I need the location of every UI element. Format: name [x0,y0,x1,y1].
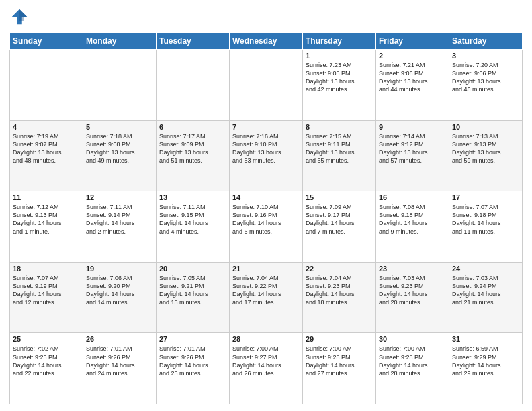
day-info: Sunrise: 7:02 AM Sunset: 9:25 PM Dayligh… [13,345,80,377]
day-info: Sunrise: 7:01 AM Sunset: 9:26 PM Dayligh… [159,345,226,377]
day-info: Sunrise: 7:15 AM Sunset: 9:11 PM Dayligh… [306,132,373,165]
table-row [10,50,83,121]
day-number: 2 [379,52,446,60]
day-info: Sunrise: 7:07 AM Sunset: 9:19 PM Dayligh… [13,274,80,307]
days-header-row: SundayMondayTuesdayWednesdayThursdayFrid… [10,33,523,50]
day-number: 16 [379,193,446,201]
table-row [83,50,157,121]
table-row: 16Sunrise: 7:08 AM Sunset: 9:18 PM Dayli… [376,191,449,263]
table-row: 28Sunrise: 7:00 AM Sunset: 9:27 PM Dayli… [230,333,303,404]
day-number: 25 [13,335,80,343]
day-info: Sunrise: 7:17 AM Sunset: 9:09 PM Dayligh… [159,132,226,165]
day-number: 24 [452,265,519,273]
week-row-5: 25Sunrise: 7:02 AM Sunset: 9:25 PM Dayli… [10,333,523,404]
day-number: 8 [306,123,373,131]
table-row: 9Sunrise: 7:14 AM Sunset: 9:12 PM Daylig… [376,120,449,191]
day-number: 20 [159,265,226,273]
table-row: 22Sunrise: 7:04 AM Sunset: 9:23 PM Dayli… [303,262,376,333]
day-number: 1 [306,52,373,60]
day-info: Sunrise: 7:08 AM Sunset: 9:18 PM Dayligh… [379,203,446,236]
day-info: Sunrise: 7:20 AM Sunset: 9:06 PM Dayligh… [452,61,519,94]
table-row: 21Sunrise: 7:04 AM Sunset: 9:22 PM Dayli… [230,262,303,333]
day-number: 3 [452,52,519,60]
day-info: Sunrise: 7:00 AM Sunset: 9:27 PM Dayligh… [232,345,300,377]
table-row: 30Sunrise: 7:00 AM Sunset: 9:28 PM Dayli… [376,333,449,404]
table-row: 25Sunrise: 7:02 AM Sunset: 9:25 PM Dayli… [10,333,83,404]
day-info: Sunrise: 7:03 AM Sunset: 9:23 PM Dayligh… [379,274,446,307]
table-row: 14Sunrise: 7:10 AM Sunset: 9:16 PM Dayli… [230,191,303,263]
day-number: 17 [452,193,519,201]
day-number: 27 [159,335,226,343]
week-row-2: 4Sunrise: 7:19 AM Sunset: 9:07 PM Daylig… [10,120,523,191]
table-row: 19Sunrise: 7:06 AM Sunset: 9:20 PM Dayli… [83,262,157,333]
day-number: 13 [159,193,226,201]
table-row: 4Sunrise: 7:19 AM Sunset: 9:07 PM Daylig… [10,120,83,191]
day-info: Sunrise: 7:19 AM Sunset: 9:07 PM Dayligh… [13,132,80,165]
table-row: 23Sunrise: 7:03 AM Sunset: 9:23 PM Dayli… [376,262,449,333]
day-info: Sunrise: 7:12 AM Sunset: 9:13 PM Dayligh… [13,203,80,236]
day-info: Sunrise: 7:00 AM Sunset: 9:28 PM Dayligh… [306,345,373,377]
day-info: Sunrise: 7:21 AM Sunset: 9:06 PM Dayligh… [379,61,446,94]
day-info: Sunrise: 7:18 AM Sunset: 9:08 PM Dayligh… [86,132,153,165]
day-info: Sunrise: 7:16 AM Sunset: 9:10 PM Dayligh… [232,132,300,165]
day-number: 5 [86,123,153,131]
day-number: 30 [379,335,446,343]
week-row-3: 11Sunrise: 7:12 AM Sunset: 9:13 PM Dayli… [10,191,523,263]
week-row-1: 1Sunrise: 7:23 AM Sunset: 9:05 PM Daylig… [10,50,523,121]
day-info: Sunrise: 7:05 AM Sunset: 9:21 PM Dayligh… [159,274,226,307]
day-info: Sunrise: 7:06 AM Sunset: 9:20 PM Dayligh… [86,274,153,307]
logo-icon [9,7,30,27]
header-tuesday: Tuesday [157,33,230,50]
table-row: 11Sunrise: 7:12 AM Sunset: 9:13 PM Dayli… [10,191,83,263]
calendar-body: 1Sunrise: 7:23 AM Sunset: 9:05 PM Daylig… [10,50,523,404]
table-row: 10Sunrise: 7:13 AM Sunset: 9:13 PM Dayli… [449,120,523,191]
day-number: 29 [306,335,373,343]
table-row: 6Sunrise: 7:17 AM Sunset: 9:09 PM Daylig… [157,120,230,191]
header-thursday: Thursday [303,33,376,50]
day-info: Sunrise: 7:11 AM Sunset: 9:15 PM Dayligh… [159,203,226,236]
day-number: 28 [232,335,300,343]
logo [9,7,32,27]
header-saturday: Saturday [449,33,523,50]
day-number: 7 [232,123,300,131]
week-row-4: 18Sunrise: 7:07 AM Sunset: 9:19 PM Dayli… [10,262,523,333]
header [9,7,523,27]
day-number: 12 [86,193,153,201]
header-friday: Friday [376,33,449,50]
table-row [230,50,303,121]
day-info: Sunrise: 7:23 AM Sunset: 9:05 PM Dayligh… [306,61,373,94]
day-number: 31 [452,335,519,343]
day-number: 9 [379,123,446,131]
day-number: 18 [13,265,80,273]
day-number: 21 [232,265,300,273]
day-number: 11 [13,193,80,201]
header-monday: Monday [83,33,157,50]
day-number: 23 [379,265,446,273]
day-number: 19 [86,265,153,273]
header-wednesday: Wednesday [230,33,303,50]
day-number: 14 [232,193,300,201]
calendar-table: SundayMondayTuesdayWednesdayThursdayFrid… [9,32,523,404]
table-row: 24Sunrise: 7:03 AM Sunset: 9:24 PM Dayli… [449,262,523,333]
table-row: 18Sunrise: 7:07 AM Sunset: 9:19 PM Dayli… [10,262,83,333]
day-info: Sunrise: 7:14 AM Sunset: 9:12 PM Dayligh… [379,132,446,165]
header-sunday: Sunday [10,33,83,50]
table-row: 13Sunrise: 7:11 AM Sunset: 9:15 PM Dayli… [157,191,230,263]
table-row: 15Sunrise: 7:09 AM Sunset: 9:17 PM Dayli… [303,191,376,263]
table-row: 2Sunrise: 7:21 AM Sunset: 9:06 PM Daylig… [376,50,449,121]
table-row: 8Sunrise: 7:15 AM Sunset: 9:11 PM Daylig… [303,120,376,191]
page: SundayMondayTuesdayWednesdayThursdayFrid… [0,0,532,411]
day-number: 15 [306,193,373,201]
day-info: Sunrise: 7:10 AM Sunset: 9:16 PM Dayligh… [232,203,300,236]
svg-marker-1 [19,9,27,21]
table-row: 1Sunrise: 7:23 AM Sunset: 9:05 PM Daylig… [303,50,376,121]
table-row [157,50,230,121]
table-row: 20Sunrise: 7:05 AM Sunset: 9:21 PM Dayli… [157,262,230,333]
table-row: 27Sunrise: 7:01 AM Sunset: 9:26 PM Dayli… [157,333,230,404]
day-info: Sunrise: 7:11 AM Sunset: 9:14 PM Dayligh… [86,203,153,236]
day-info: Sunrise: 7:03 AM Sunset: 9:24 PM Dayligh… [452,274,519,307]
table-row: 12Sunrise: 7:11 AM Sunset: 9:14 PM Dayli… [83,191,157,263]
day-number: 26 [86,335,153,343]
table-row: 5Sunrise: 7:18 AM Sunset: 9:08 PM Daylig… [83,120,157,191]
day-number: 10 [452,123,519,131]
